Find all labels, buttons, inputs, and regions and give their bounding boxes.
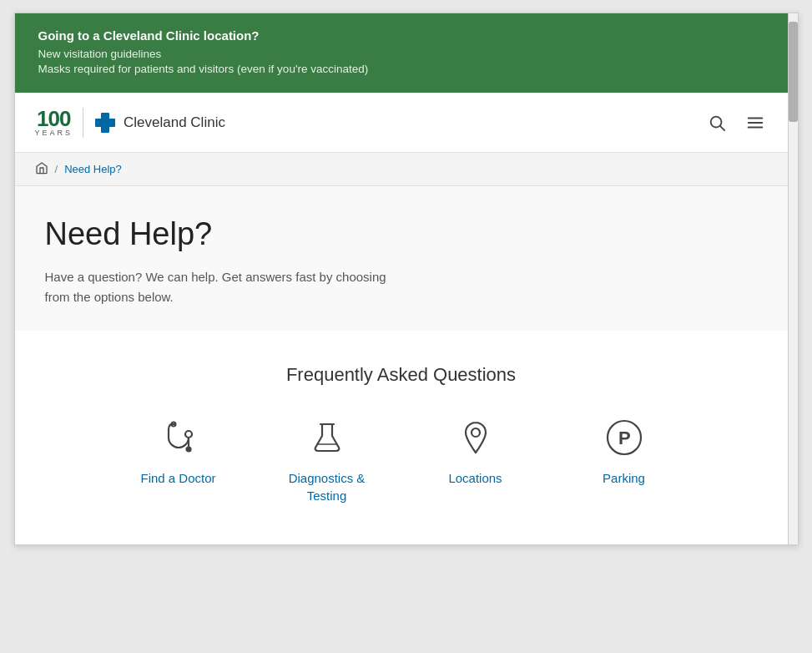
svg-line-3 bbox=[720, 126, 724, 130]
faq-item-find-doctor[interactable]: Find a Doctor bbox=[124, 416, 233, 487]
header-actions bbox=[704, 110, 768, 135]
faq-item-diagnostics[interactable]: Diagnostics &Testing bbox=[273, 416, 381, 504]
faq-title: Frequently Asked Questions bbox=[35, 364, 768, 386]
scrollbar[interactable] bbox=[788, 13, 798, 544]
search-icon bbox=[708, 114, 726, 132]
breadcrumb-current[interactable]: Need Help? bbox=[64, 163, 122, 175]
banner: Going to a Cleveland Clinic location? Ne… bbox=[15, 13, 788, 93]
clinic-cross-icon bbox=[93, 111, 117, 134]
stethoscope-icon bbox=[157, 416, 200, 459]
faq-section: Frequently Asked Questions Find a Doctor bbox=[15, 331, 788, 544]
menu-button[interactable] bbox=[743, 110, 768, 135]
logo-number: 100 bbox=[37, 108, 70, 129]
logo-years: YEARS bbox=[35, 129, 73, 137]
faq-label-diagnostics: Diagnostics &Testing bbox=[289, 469, 366, 504]
location-icon bbox=[454, 416, 497, 459]
banner-line1: New visitation guidelines bbox=[38, 48, 764, 60]
clinic-name: Cleveland Clinic bbox=[124, 114, 225, 131]
parking-icon: P bbox=[603, 416, 646, 459]
svg-text:P: P bbox=[618, 428, 631, 448]
faq-item-locations[interactable]: Locations bbox=[421, 416, 530, 487]
logo-clinic: Cleveland Clinic bbox=[93, 111, 225, 134]
logo-divider bbox=[83, 108, 83, 138]
faq-label-parking: Parking bbox=[603, 469, 645, 487]
main-content: Need Help? Have a question? We can help.… bbox=[15, 186, 788, 331]
faq-grid: Find a Doctor Diagnostics &Testing bbox=[35, 416, 768, 504]
header: 100 YEARS Cleveland Clinic bbox=[15, 93, 788, 153]
page-subtitle: Have a question? We can help. Get answer… bbox=[45, 267, 446, 307]
scrollbar-thumb[interactable] bbox=[789, 22, 798, 122]
page-wrapper: Going to a Cleveland Clinic location? Ne… bbox=[14, 13, 799, 545]
faq-label-locations: Locations bbox=[448, 469, 502, 487]
svg-rect-1 bbox=[95, 119, 115, 127]
breadcrumb-home-icon[interactable] bbox=[35, 161, 48, 177]
breadcrumb-separator: / bbox=[55, 163, 58, 175]
page-title: Need Help? bbox=[45, 216, 758, 252]
hamburger-icon bbox=[746, 114, 764, 132]
breadcrumb: / Need Help? bbox=[15, 153, 788, 186]
svg-point-11 bbox=[472, 428, 480, 437]
banner-line2: Masks required for patients and visitors… bbox=[38, 63, 764, 75]
faq-item-parking[interactable]: P Parking bbox=[570, 416, 678, 487]
flask-icon bbox=[305, 416, 349, 459]
home-icon bbox=[35, 161, 48, 175]
logo-100: 100 YEARS bbox=[35, 108, 73, 137]
search-button[interactable] bbox=[704, 110, 729, 135]
faq-label-find-doctor: Find a Doctor bbox=[140, 469, 215, 487]
logo-area: 100 YEARS Cleveland Clinic bbox=[35, 108, 225, 138]
svg-point-9 bbox=[186, 448, 190, 452]
svg-point-7 bbox=[185, 431, 192, 438]
banner-title: Going to a Cleveland Clinic location? bbox=[38, 28, 764, 43]
